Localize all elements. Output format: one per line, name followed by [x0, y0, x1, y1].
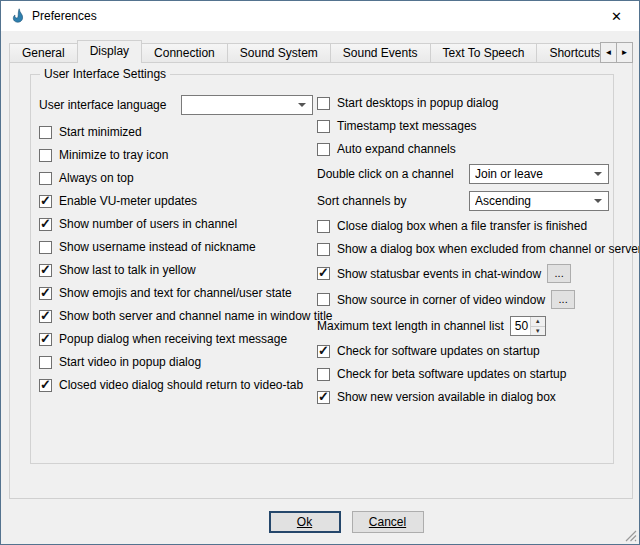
- checkbox-row-excluded-dialog[interactable]: Show a dialog box when excluded from cha…: [317, 241, 609, 257]
- checkbox-closed-video-return[interactable]: [39, 379, 52, 392]
- checkbox-row-vu-meter[interactable]: Enable VU-meter updates: [39, 193, 313, 209]
- checkbox-new-version-dialog[interactable]: [317, 391, 330, 404]
- checkbox-label: Check for software updates on startup: [337, 344, 540, 358]
- checkbox-label: Show a dialog box when excluded from cha…: [337, 242, 640, 256]
- checkbox-server-channel-title[interactable]: [39, 310, 52, 323]
- checkbox-row-server-channel-title[interactable]: Show both server and channel name in win…: [39, 308, 313, 324]
- language-label: User interface language: [39, 98, 166, 112]
- spin-buttons: ▲ ▼: [530, 317, 545, 335]
- checkbox-beta-updates[interactable]: [317, 368, 330, 381]
- tab-connection[interactable]: Connection: [141, 43, 228, 63]
- checkbox-row-timestamp-messages[interactable]: Timestamp text messages: [317, 118, 609, 134]
- cancel-button[interactable]: Cancel: [352, 511, 424, 533]
- checkbox-label: Show emojis and text for channel/user st…: [59, 286, 292, 300]
- tab-text-to-speech[interactable]: Text To Speech: [430, 43, 538, 63]
- checkbox-label: Start desktops in popup dialog: [337, 96, 498, 110]
- close-button[interactable]: ✕: [594, 1, 639, 31]
- tab-scroll-left-icon[interactable]: ◄: [600, 42, 617, 63]
- statusbar-events-more-button[interactable]: ...: [547, 264, 571, 283]
- checkbox-auto-expand-channels[interactable]: [317, 143, 330, 156]
- checkbox-row-always-on-top[interactable]: Always on top: [39, 170, 313, 186]
- checkbox-label: Start video in popup dialog: [59, 355, 201, 369]
- spin-up-icon[interactable]: ▲: [531, 317, 545, 327]
- checkbox-label: Show statusbar events in chat-window: [337, 267, 541, 281]
- checkbox-row-software-updates[interactable]: Check for software updates on startup: [317, 343, 609, 359]
- spin-value[interactable]: 50: [511, 317, 530, 335]
- checkbox-show-username[interactable]: [39, 241, 52, 254]
- checkbox-popup-text-message[interactable]: [39, 333, 52, 346]
- checkbox-row-new-version-dialog[interactable]: Show new version available in dialog box: [317, 389, 609, 405]
- checkbox-label: Popup dialog when receiving text message: [59, 332, 287, 346]
- checkbox-row-start-desktops-popup[interactable]: Start desktops in popup dialog: [317, 95, 609, 111]
- tab-general[interactable]: General: [9, 43, 78, 63]
- chevron-down-icon: [298, 103, 306, 107]
- checkbox-label: Timestamp text messages: [337, 119, 477, 133]
- double-click-select[interactable]: Join or leave: [469, 164, 609, 184]
- checkbox-vu-meter[interactable]: [39, 195, 52, 208]
- checkbox-label: Check for beta software updates on start…: [337, 367, 566, 381]
- max-text-length-spinner[interactable]: 50 ▲ ▼: [510, 316, 546, 336]
- language-select[interactable]: [181, 95, 313, 115]
- sort-channels-label: Sort channels by: [317, 194, 406, 208]
- checkbox-video-source-corner[interactable]: [317, 293, 330, 306]
- resize-grip[interactable]: [624, 529, 637, 542]
- video-source-more-button[interactable]: ...: [551, 290, 575, 309]
- spin-down-icon[interactable]: ▼: [531, 327, 545, 336]
- checkbox-timestamp-messages[interactable]: [317, 120, 330, 133]
- checkbox-label: Show both server and channel name in win…: [59, 309, 333, 323]
- checkbox-row-auto-expand-channels[interactable]: Auto expand channels: [317, 141, 609, 157]
- tab-scroll-right-icon[interactable]: ►: [616, 42, 633, 63]
- titlebar[interactable]: Preferences ✕: [1, 1, 639, 31]
- checkbox-row-start-minimized[interactable]: Start minimized: [39, 124, 313, 140]
- max-text-length-row: Maximum text length in channel list 50 ▲…: [317, 316, 609, 336]
- checkbox-start-minimized[interactable]: [39, 126, 52, 139]
- checkbox-row-show-user-count[interactable]: Show number of users in channel: [39, 216, 313, 232]
- checkbox-label: Show username instead of nickname: [59, 240, 256, 254]
- checkbox-row-beta-updates[interactable]: Check for beta software updates on start…: [317, 366, 609, 382]
- checkbox-label: Always on top: [59, 171, 134, 185]
- checkbox-row-close-filetransfer-dialog[interactable]: Close dialog box when a file transfer is…: [317, 218, 609, 234]
- statusbar-events-row[interactable]: Show statusbar events in chat-window ...: [317, 264, 609, 283]
- checkbox-row-closed-video-return[interactable]: Closed video dialog should return to vid…: [39, 377, 313, 393]
- checkbox-software-updates[interactable]: [317, 345, 330, 358]
- checkbox-row-popup-text-message[interactable]: Popup dialog when receiving text message: [39, 331, 313, 347]
- close-icon: ✕: [611, 9, 622, 24]
- sort-channels-row: Sort channels by Ascending: [317, 191, 609, 211]
- group-title: User Interface Settings: [40, 67, 170, 81]
- sort-channels-select[interactable]: Ascending: [469, 191, 609, 211]
- ok-button[interactable]: Ok: [269, 511, 341, 533]
- checkbox-always-on-top[interactable]: [39, 172, 52, 185]
- checkbox-start-desktops-popup[interactable]: [317, 97, 330, 110]
- checkbox-row-minimize-to-tray[interactable]: Minimize to tray icon: [39, 147, 313, 163]
- right-column: Start desktops in popup dialog Timestamp…: [317, 95, 609, 412]
- checkbox-row-last-to-talk[interactable]: Show last to talk in yellow: [39, 262, 313, 278]
- tab-scrollers: ◄ ►: [601, 42, 633, 63]
- tab-sound-system[interactable]: Sound System: [227, 43, 331, 63]
- checkbox-label: Auto expand channels: [337, 142, 456, 156]
- tab-display[interactable]: Display: [77, 40, 142, 63]
- checkbox-close-filetransfer-dialog[interactable]: [317, 220, 330, 233]
- left-column: User interface language Start minimized …: [39, 95, 313, 400]
- checkbox-label: Minimize to tray icon: [59, 148, 168, 162]
- video-source-row[interactable]: Show source in corner of video window ..…: [317, 290, 609, 309]
- checkbox-row-start-video-popup[interactable]: Start video in popup dialog: [39, 354, 313, 370]
- app-icon[interactable]: [10, 8, 26, 24]
- checkbox-label: Show number of users in channel: [59, 217, 237, 231]
- checkbox-statusbar-events[interactable]: [317, 267, 330, 280]
- checkbox-row-show-emojis[interactable]: Show emojis and text for channel/user st…: [39, 285, 313, 301]
- checkbox-label: Show source in corner of video window: [337, 293, 545, 307]
- checkbox-minimize-to-tray[interactable]: [39, 149, 52, 162]
- checkbox-show-user-count[interactable]: [39, 218, 52, 231]
- checkbox-show-emojis[interactable]: [39, 287, 52, 300]
- tab-pane: User Interface Settings User interface l…: [9, 62, 633, 499]
- checkbox-start-video-popup[interactable]: [39, 356, 52, 369]
- checkbox-last-to-talk[interactable]: [39, 264, 52, 277]
- tab-sound-events[interactable]: Sound Events: [330, 43, 431, 63]
- tab-bar: General Display Connection Sound System …: [9, 40, 633, 63]
- checkbox-excluded-dialog[interactable]: [317, 243, 330, 256]
- checkbox-row-show-username[interactable]: Show username instead of nickname: [39, 239, 313, 255]
- double-click-value: Join or leave: [475, 167, 590, 181]
- double-click-row: Double click on a channel Join or leave: [317, 164, 609, 184]
- checkbox-label: Enable VU-meter updates: [59, 194, 197, 208]
- checkbox-label: Show new version available in dialog box: [337, 390, 556, 404]
